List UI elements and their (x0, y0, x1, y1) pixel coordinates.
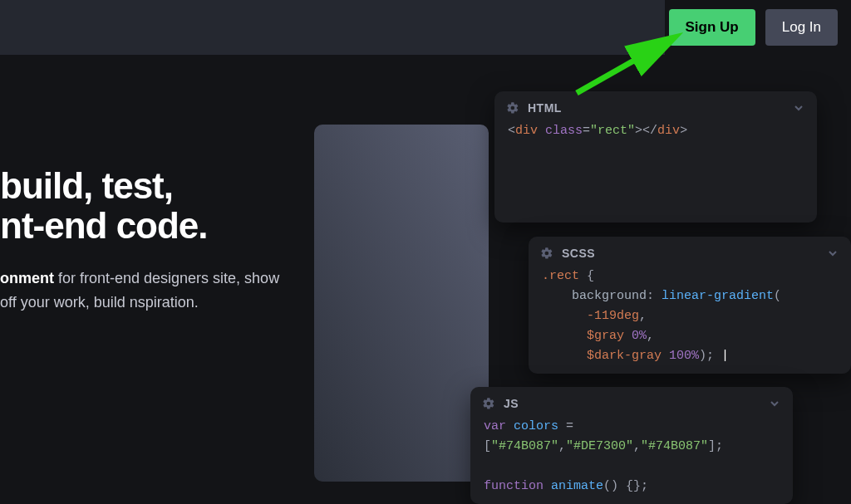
hero-paragraph: onment for front-end designers site, sho… (0, 267, 299, 315)
chevron-down-icon[interactable] (792, 101, 805, 115)
signup-button[interactable]: Sign Up (669, 9, 755, 46)
panel-header-html: HTML (494, 91, 817, 121)
preview-backdrop (314, 125, 489, 482)
gear-icon[interactable] (506, 101, 519, 115)
panel-header-js: JS (470, 387, 793, 417)
chevron-down-icon[interactable] (826, 247, 839, 260)
top-bar-actions: Sign Up Log In (665, 9, 851, 46)
top-bar: Sign Up Log In (0, 0, 851, 55)
panel-title-html: HTML (528, 101, 784, 115)
panel-title-js: JS (504, 397, 760, 410)
editor-panel-scss: SCSS .rect { background: linear-gradient… (529, 237, 851, 374)
editor-panel-js: JS var colors = ["#74B087","#DE7300","#7… (470, 387, 793, 504)
hero-title: build, test, nt-end code. (0, 166, 299, 247)
panel-title-scss: SCSS (562, 247, 818, 260)
search-area[interactable] (0, 0, 665, 55)
login-button[interactable]: Log In (765, 9, 838, 46)
code-html[interactable]: <div class="rect"></div> (494, 121, 817, 148)
code-js[interactable]: var colors = ["#74B087","#DE7300","#74B0… (470, 417, 793, 503)
gear-icon[interactable] (540, 247, 553, 260)
gear-icon[interactable] (482, 397, 495, 410)
hero-section: build, test, nt-end code. onment for fro… (0, 166, 299, 314)
code-scss[interactable]: .rect { background: linear-gradient( -11… (529, 267, 851, 373)
editor-panel-html: HTML <div class="rect"></div> (494, 91, 817, 223)
chevron-down-icon[interactable] (768, 397, 781, 410)
panel-header-scss: SCSS (529, 237, 851, 267)
